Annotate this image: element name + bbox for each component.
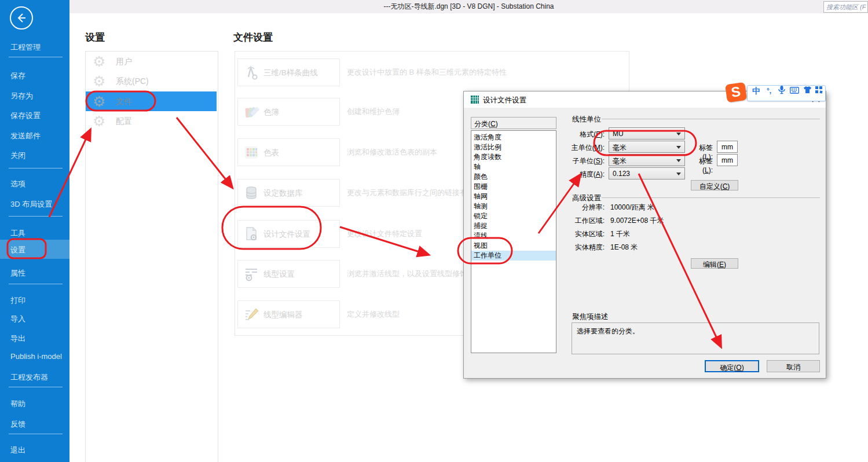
group-rule xyxy=(602,119,820,119)
category-header: 分类(C) xyxy=(471,117,556,129)
solids-area-label: 实体区域: xyxy=(558,229,605,239)
tile-color-table[interactable]: 色表 xyxy=(237,138,340,166)
sidebar-item-send-mail[interactable]: 发送邮件 xyxy=(0,128,69,143)
gear-icon: ⚙ xyxy=(93,113,105,129)
accuracy-label: 精度(A): xyxy=(562,170,605,179)
sub-tag-input[interactable] xyxy=(717,154,738,166)
back-button[interactable] xyxy=(10,6,33,30)
sogou-logo-icon[interactable]: S xyxy=(725,82,747,102)
category-list: 激活角度 激活比例 角度读数 轴 颜色 围栅 轴网 轴测 锁定 捕捉 流线 视图… xyxy=(471,130,556,353)
format-label: 格式(F): xyxy=(562,130,605,140)
master-unit-label: 主单位(M): xyxy=(556,143,605,153)
color-book-icon xyxy=(243,104,259,120)
bspline-compass-icon xyxy=(243,64,259,80)
ok-button[interactable]: 确定(O) xyxy=(705,360,759,372)
sidebar-item-3d-layout[interactable]: 3D 布局设置 xyxy=(0,196,69,211)
tile-color-book[interactable]: 色簿 xyxy=(237,98,340,126)
category-item[interactable]: 视图 xyxy=(471,241,556,251)
sidebar-item-print[interactable]: 打印 xyxy=(0,292,69,307)
working-area-value: 9.0072E+08 千米 xyxy=(610,216,664,226)
focus-description-box: 选择要查看的分类。 xyxy=(572,322,819,354)
tile-desc: 浏览和修改激活色表的副本 xyxy=(347,147,437,157)
sub-unit-combobox[interactable]: 毫米 xyxy=(609,154,685,166)
ime-punctuation-icon[interactable]: °, xyxy=(763,85,775,97)
category-item[interactable]: 锁定 xyxy=(471,211,556,221)
category-item[interactable]: 围栅 xyxy=(471,182,556,192)
sidebar-item-exit[interactable]: 退出 xyxy=(0,442,69,457)
category-item[interactable]: 轴 xyxy=(471,162,556,172)
ime-toolbox-icon[interactable] xyxy=(813,85,825,97)
edit-button[interactable]: 编辑(E) xyxy=(691,258,738,269)
category-item[interactable]: 颜色 xyxy=(471,172,556,182)
category-item[interactable]: 激活比例 xyxy=(471,142,556,152)
sidebar-item-properties[interactable]: 属性 xyxy=(0,265,69,280)
category-item[interactable]: 捕捉 xyxy=(471,221,556,231)
settings-panel-title: 设置 xyxy=(85,31,105,44)
window-title: ---无功区-导线新.dgn [3D - V8 DGN] - Substatio… xyxy=(69,0,868,13)
sidebar-item-close[interactable]: 关闭 xyxy=(0,148,69,163)
ime-keyboard-icon[interactable] xyxy=(789,85,800,97)
focus-description-label: 聚焦项描述 xyxy=(572,312,609,322)
master-unit-combobox[interactable]: 毫米 xyxy=(609,141,685,153)
sidebar-item-publish-imodel[interactable]: Publish i-model xyxy=(0,349,69,364)
backstage-sidebar: 工程管理 保存 另存为 保存设置 发送邮件 关闭 选项 3D 布局设置 工具 设… xyxy=(0,0,69,462)
file-settings-panel-title: 文件设置 xyxy=(233,31,273,44)
solids-accuracy-label: 实体精度: xyxy=(558,243,605,252)
tile-desc: 创建和维护色簿 xyxy=(347,107,400,117)
sidebar-divider xyxy=(9,387,63,387)
sidebar-item-help[interactable]: 帮助 xyxy=(0,396,69,411)
settings-category-list: ⚙ 用户 ⚙ 系统(PC) ⚙ 文件 ⚙ 配置 xyxy=(85,51,218,462)
cancel-button[interactable]: 取消 xyxy=(767,360,820,372)
ime-microphone-icon[interactable] xyxy=(776,85,788,97)
linear-units-group-label: 线性单位 xyxy=(572,115,601,124)
ime-chinese-mode-icon[interactable]: 中 xyxy=(750,85,762,97)
category-item[interactable]: 激活角度 xyxy=(471,133,556,142)
settings-item-configuration[interactable]: ⚙ 配置 xyxy=(86,111,217,131)
ime-toolbar: S 中 °, xyxy=(726,83,826,103)
sidebar-item-import[interactable]: 导入 xyxy=(0,311,69,326)
resolution-value: 10000/距离 米 xyxy=(610,203,654,212)
combo-arrow-icon xyxy=(676,133,681,135)
settings-item-system-pc[interactable]: ⚙ 系统(PC) xyxy=(86,71,217,91)
combo-arrow-icon xyxy=(676,146,681,149)
tile-line-style-settings[interactable]: 线型设置 xyxy=(237,260,340,288)
tile-line-style-editor[interactable]: 线型编辑器 xyxy=(237,300,340,328)
working-area-label: 工作区域: xyxy=(558,216,605,226)
tile-bspline[interactable]: 三维/B样条曲线 xyxy=(237,58,340,86)
settings-item-user[interactable]: ⚙ 用户 xyxy=(86,52,217,71)
tile-database[interactable]: 设定数据库 xyxy=(237,179,340,207)
ime-skin-icon[interactable] xyxy=(801,85,813,97)
category-item[interactable]: 轴网 xyxy=(471,192,556,201)
sidebar-item-save[interactable]: 保存 xyxy=(0,68,69,83)
sub-tag-label: 标签(L): xyxy=(688,156,713,174)
sidebar-item-save-settings[interactable]: 保存设置 xyxy=(0,108,69,123)
sidebar-item-save-as[interactable]: 另存为 xyxy=(0,88,69,103)
accuracy-combobox[interactable]: 0.123 xyxy=(609,167,685,179)
settings-item-file[interactable]: ⚙ 文件 xyxy=(86,91,217,111)
combo-arrow-icon xyxy=(676,159,681,162)
category-item[interactable]: 流线 xyxy=(471,231,556,241)
tile-design-file-settings[interactable]: 设计文件设置 xyxy=(237,220,340,248)
gear-icon: ⚙ xyxy=(93,93,105,109)
category-item[interactable]: 角度读数 xyxy=(471,152,556,162)
sidebar-item-tools[interactable]: 工具 xyxy=(0,225,69,240)
ribbon-search-input[interactable] xyxy=(823,1,868,13)
master-tag-input[interactable] xyxy=(717,141,738,153)
sidebar-item-project-manage[interactable]: 工程管理 xyxy=(0,39,69,54)
advanced-group-label: 高级设置 xyxy=(572,193,601,203)
sidebar-divider xyxy=(9,434,63,434)
group-rule xyxy=(602,197,820,198)
sidebar-item-export[interactable]: 导出 xyxy=(0,331,69,346)
sidebar-item-settings[interactable]: 设置 xyxy=(0,240,69,259)
sidebar-item-feedback[interactable]: 反馈 xyxy=(0,416,69,431)
pencil-icon xyxy=(243,306,259,322)
custom-button[interactable]: 自定义(C) xyxy=(691,180,738,190)
format-combobox[interactable]: MU xyxy=(609,127,685,140)
category-item-working-units[interactable]: 工作单位 xyxy=(471,251,556,261)
sidebar-item-options[interactable]: 选项 xyxy=(0,176,69,191)
resolution-label: 分辨率: xyxy=(558,203,605,212)
category-item[interactable]: 轴测 xyxy=(471,201,556,211)
sidebar-item-project-publisher[interactable]: 工程发布器 xyxy=(0,369,69,384)
window-titlebar: ---无功区-导线新.dgn [3D - V8 DGN] - Substatio… xyxy=(69,0,868,13)
sidebar-divider xyxy=(9,216,63,217)
